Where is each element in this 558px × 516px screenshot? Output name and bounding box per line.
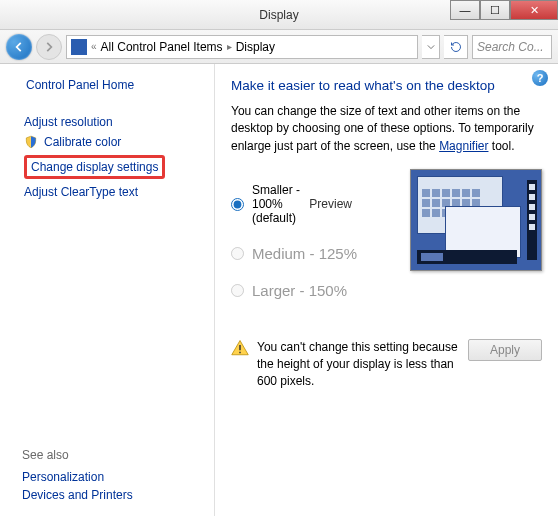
window-title: Display [259,8,298,22]
warning-icon [231,339,249,357]
svg-rect-1 [239,352,241,354]
control-panel-home-link[interactable]: Control Panel Home [26,78,204,92]
sidebar-task-label: Adjust ClearType text [24,185,138,199]
size-radio-smaller[interactable] [231,198,244,211]
minimize-button[interactable]: ― [450,0,480,20]
title-bar: Display ― ☐ ✕ [0,0,558,30]
page-description: You can change the size of text and othe… [231,103,542,155]
close-button[interactable]: ✕ [510,0,558,20]
sidebar-task-adjust-resolution[interactable]: Adjust resolution [22,112,204,132]
size-radio-larger [231,284,244,297]
sidebar: Control Panel Home Adjust resolution Cal… [0,64,215,516]
warning-text: You can't change this setting because th… [257,339,460,389]
apply-button: Apply [468,339,542,361]
sidebar-task-label: Calibrate color [44,135,121,149]
size-option-label: Larger - 150% [252,282,347,299]
search-input[interactable]: Search Co... [472,35,552,59]
navigation-bar: « All Control Panel Items ▸ Display Sear… [0,30,558,64]
content-area: Control Panel Home Adjust resolution Cal… [0,64,558,516]
sidebar-task-change-display-settings[interactable]: Change display settings [22,152,204,182]
shield-icon [24,135,38,149]
preview-image [410,169,542,271]
see-also-heading: See also [22,448,204,462]
breadcrumb[interactable]: « All Control Panel Items ▸ Display [66,35,418,59]
sidebar-task-adjust-cleartype[interactable]: Adjust ClearType text [22,182,204,202]
size-option-label: Medium - 125% [252,245,357,262]
help-icon[interactable]: ? [532,70,548,86]
sidebar-task-label: Change display settings [24,155,165,179]
breadcrumb-dropdown-button[interactable] [422,35,440,59]
sidebar-task-calibrate-color[interactable]: Calibrate color [22,132,204,152]
refresh-button[interactable] [444,35,468,59]
size-radio-medium [231,247,244,260]
main-panel: ? Make it easier to read what's on the d… [215,64,558,516]
size-option-larger: Larger - 150% [231,282,392,299]
control-panel-icon [71,39,87,55]
sidebar-task-label: Adjust resolution [24,115,113,129]
breadcrumb-item[interactable]: Display [236,40,275,54]
page-heading: Make it easier to read what's on the des… [231,78,542,93]
size-option-medium: Medium - 125% [231,245,392,262]
see-also-devices-printers[interactable]: Devices and Printers [22,488,204,502]
see-also-personalization[interactable]: Personalization [22,470,204,484]
magnifier-link[interactable]: Magnifier [439,139,488,153]
chevron-right-icon: ▸ [227,41,232,52]
window-controls: ― ☐ ✕ [450,0,558,20]
size-option-smaller[interactable]: Smaller - 100% (default) Preview [231,183,392,225]
svg-rect-0 [239,345,241,350]
maximize-button[interactable]: ☐ [480,0,510,20]
preview-label: Preview [309,197,352,211]
breadcrumb-sep-icon: « [91,41,97,52]
forward-button[interactable] [36,34,62,60]
breadcrumb-item[interactable]: All Control Panel Items [101,40,223,54]
warning-row: You can't change this setting because th… [231,339,542,389]
size-option-label: Smaller - 100% (default) [252,183,301,225]
back-button[interactable] [6,34,32,60]
